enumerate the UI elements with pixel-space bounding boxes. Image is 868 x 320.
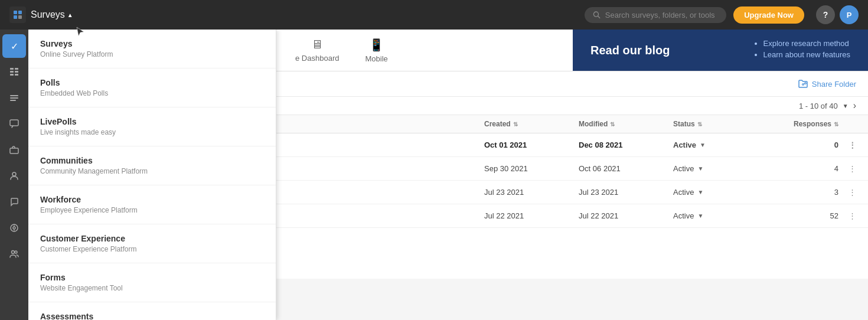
svg-rect-9: [15, 68, 18, 70]
table-row: Jul 22 2021 Jul 22 2021 Active ▼ 52 ⋮: [276, 204, 868, 228]
row-1-modified: Dec 08 2021: [579, 141, 673, 149]
menu-item-communities-title: Communities: [40, 156, 264, 165]
sidebar-icon-briefcase[interactable]: [2, 138, 26, 162]
blog-banner-title: Read our blog: [590, 44, 670, 57]
svg-point-22: [12, 251, 15, 254]
svg-rect-16: [10, 148, 18, 154]
blog-banner[interactable]: Read our blog Explore research method Le…: [573, 30, 868, 71]
menu-item-polls-title: Polls: [40, 78, 264, 87]
sidebar-icon-surveys[interactable]: ✓: [2, 34, 26, 58]
row-3-created: Jul 23 2021: [484, 188, 579, 197]
main-layout: ✓: [0, 30, 868, 320]
main-content: 🖥 e Dashboard 📱 Mobile Read our blog Exp…: [276, 30, 868, 320]
menu-item-cx[interactable]: Customer Experience Customer Experience …: [28, 224, 276, 263]
mobile-icon: 📱: [369, 38, 384, 52]
blog-banner-links: Explore research method Learn about new …: [752, 39, 850, 61]
svg-rect-11: [15, 74, 18, 76]
sort-status-icon: ⇅: [697, 121, 702, 128]
svg-rect-13: [10, 97, 18, 99]
topbar: Surveys ▲ Upgrade Now ? P: [0, 0, 868, 30]
sidebar-icon-checklist[interactable]: [2, 86, 26, 110]
tab-dashboard[interactable]: 🖥 e Dashboard: [288, 33, 346, 67]
sidebar-icons: ✓: [0, 30, 28, 320]
pagination-row: 1 - 10 of 40 ▼ ›: [276, 97, 868, 115]
svg-rect-1: [18, 11, 22, 14]
user-avatar[interactable]: P: [840, 5, 859, 24]
svg-rect-14: [10, 100, 16, 101]
row-4-status: Active ▼: [673, 211, 756, 220]
row-2-created: Sep 30 2021: [484, 164, 579, 173]
row-4-responses: 52: [756, 211, 838, 220]
row-1-responses: 0: [756, 141, 838, 149]
row-4-status-dropdown[interactable]: ▼: [697, 213, 703, 219]
search-box[interactable]: [585, 7, 726, 23]
row-4-actions[interactable]: ⋮: [838, 211, 856, 220]
col-responses-label: Responses: [794, 120, 831, 128]
col-status-label: Status: [673, 120, 695, 128]
col-header-created[interactable]: Created ⇅: [484, 120, 579, 128]
tab-dashboard-label: e Dashboard: [295, 54, 339, 63]
svg-rect-12: [10, 95, 18, 96]
col-header-status[interactable]: Status ⇅: [673, 120, 756, 128]
row-1-actions[interactable]: ⋮: [838, 141, 856, 149]
help-button[interactable]: ?: [816, 5, 835, 24]
caret-icon[interactable]: ▲: [67, 12, 73, 18]
table-area: Share Folder 1 - 10 of 40 ▼ › Created ⇅: [276, 71, 868, 279]
pagination-info: 1 - 10 of 40: [799, 102, 838, 110]
sort-modified-icon: ⇅: [610, 121, 615, 128]
content-area: 🖥 e Dashboard 📱 Mobile Read our blog Exp…: [276, 30, 868, 279]
search-input[interactable]: [605, 11, 718, 19]
menu-item-surveys-subtitle: Online Survey Platform: [40, 50, 264, 58]
tab-bar: 🖥 e Dashboard 📱 Mobile: [276, 30, 573, 71]
share-folder-button[interactable]: Share Folder: [798, 79, 856, 89]
row-3-status-dropdown[interactable]: ▼: [697, 189, 703, 195]
tab-mobile[interactable]: 📱 Mobile: [358, 33, 394, 68]
row-4-modified: Jul 22 2021: [579, 211, 673, 220]
sidebar-icon-group[interactable]: [2, 242, 26, 266]
tab-mobile-label: Mobile: [365, 54, 387, 63]
menu-item-forms[interactable]: Forms Website Engagement Tool: [28, 263, 276, 302]
menu-item-assessments[interactable]: Assessments Vendor Risk Management: [28, 302, 276, 320]
svg-point-17: [12, 172, 16, 176]
row-3-actions[interactable]: ⋮: [838, 188, 856, 197]
svg-point-19: [13, 227, 15, 229]
svg-rect-6: [10, 68, 14, 70]
row-3-status-text: Active: [673, 188, 694, 197]
upgrade-button[interactable]: Upgrade Now: [733, 6, 804, 24]
menu-item-surveys[interactable]: Surveys Online Survey Platform: [28, 30, 276, 68]
row-2-actions[interactable]: ⋮: [838, 164, 856, 173]
row-1-status-text: Active: [673, 141, 696, 149]
menu-item-communities-subtitle: Community Management Platform: [40, 167, 264, 175]
blog-link-2[interactable]: Learn about new features: [763, 50, 850, 59]
col-header-name: [288, 120, 484, 128]
row-2-responses: 4: [756, 164, 838, 173]
menu-item-workforce[interactable]: Workforce Employee Experience Platform: [28, 185, 276, 224]
row-1-status: Active ▼: [673, 141, 756, 149]
pagination-dropdown-icon[interactable]: ▼: [843, 103, 849, 109]
svg-rect-7: [10, 71, 14, 73]
sidebar-icon-person[interactable]: [2, 164, 26, 188]
dropdown-menu: Surveys Online Survey Platform Polls Emb…: [28, 30, 276, 320]
blog-link-1[interactable]: Explore research method: [763, 39, 850, 48]
menu-item-assessments-title: Assessments: [40, 312, 264, 320]
sidebar-icon-grid[interactable]: [2, 60, 26, 84]
svg-rect-15: [10, 120, 18, 126]
pagination-next-icon[interactable]: ›: [853, 100, 856, 111]
share-folder-icon: [798, 79, 808, 89]
menu-item-polls[interactable]: Polls Embedded Web Polls: [28, 68, 276, 107]
menu-item-communities[interactable]: Communities Community Management Platfor…: [28, 146, 276, 185]
menu-item-workforce-subtitle: Employee Experience Platform: [40, 206, 264, 214]
sort-created-icon: ⇅: [513, 121, 518, 128]
sidebar-icon-chat[interactable]: [2, 112, 26, 136]
row-2-status-dropdown[interactable]: ▼: [697, 165, 703, 172]
sidebar-icon-network[interactable]: [2, 216, 26, 240]
app-logo: [9, 6, 26, 23]
menu-item-livepolls[interactable]: LivePolls Live insights made easy: [28, 107, 276, 146]
row-3-status: Active ▼: [673, 188, 756, 197]
col-header-responses[interactable]: Responses ⇅: [756, 120, 838, 128]
row-4-created: Jul 22 2021: [484, 211, 579, 220]
sidebar-icon-speech[interactable]: [2, 190, 26, 214]
col-header-modified[interactable]: Modified ⇅: [579, 120, 673, 128]
svg-rect-2: [14, 15, 17, 19]
row-1-status-dropdown[interactable]: ▼: [700, 142, 706, 148]
